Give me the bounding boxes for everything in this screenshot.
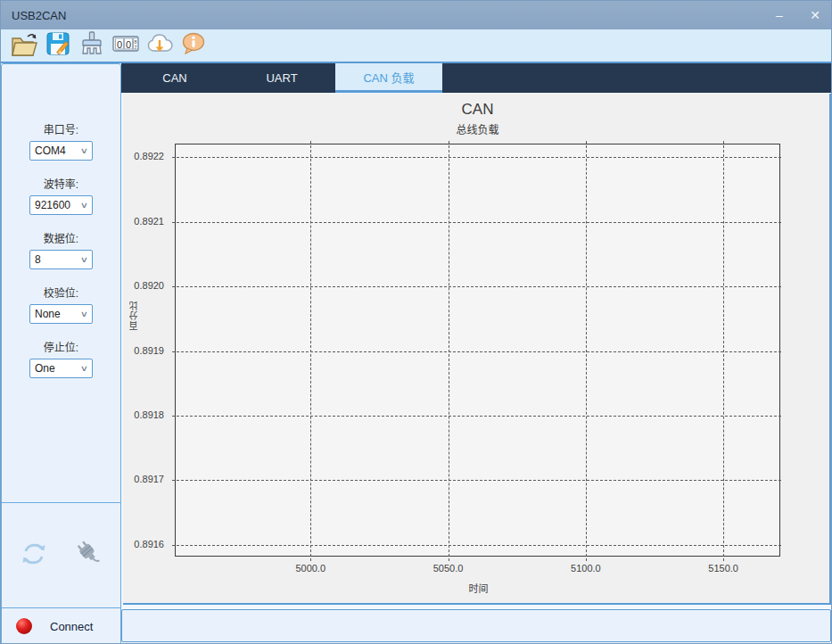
y-tick-label: 0.8918 [111, 409, 164, 420]
y-gridline [172, 286, 781, 287]
y-tick-label: 0.8917 [111, 474, 164, 484]
baud-rate-label: 波特率: [2, 176, 120, 191]
parity-value: None [35, 308, 61, 320]
svg-text:0: 0 [117, 39, 122, 50]
svg-text:0: 0 [126, 39, 131, 50]
connection-status-led-icon [16, 618, 32, 634]
chart-panel: CAN 总线负载 百分比 时间 5000.05050.05100.05150.0… [123, 94, 831, 605]
data-bits-value: 8 [35, 253, 41, 266]
plug-icon [72, 539, 106, 573]
download-button[interactable] [144, 30, 176, 61]
y-tick-label: 0.8921 [111, 216, 164, 227]
title-bar: USB2CAN – ✕ [1, 1, 832, 29]
data-bits-label: 数据位: [2, 230, 120, 245]
serial-port-label: 串口号: [2, 121, 120, 136]
tab-can-load[interactable]: CAN 负载 [335, 63, 442, 93]
minimize-button[interactable]: – [762, 1, 797, 29]
broom-icon [78, 30, 105, 61]
tab-can[interactable]: CAN [121, 63, 228, 93]
refresh-icon [17, 539, 51, 573]
y-tick-label: 0.8919 [111, 345, 164, 356]
save-button[interactable] [42, 30, 74, 61]
save-floppy-icon [45, 30, 71, 61]
open-file-button[interactable] [8, 30, 40, 61]
y-tick-label: 0.8916 [111, 539, 164, 549]
cloud-download-icon [145, 30, 174, 61]
field-stop-bits: 停止位: One ∨ [2, 339, 120, 378]
toolbar: 0 0 8 7 [1, 29, 832, 63]
status-strip [121, 609, 831, 642]
tab-bar: CAN UART CAN 负载 [121, 63, 832, 93]
refresh-ports-button[interactable] [16, 538, 52, 574]
chevron-down-icon: ∨ [80, 310, 88, 318]
connection-actions-panel [2, 503, 120, 608]
tab-uart[interactable]: UART [228, 63, 335, 93]
chevron-down-icon: ∨ [80, 364, 88, 373]
baud-rate-value: 921600 [35, 199, 70, 211]
y-gridline [172, 222, 781, 223]
y-gridline [172, 545, 781, 546]
chart-subtitle: 总线负载 [175, 121, 780, 136]
serial-port-value: COM4 [35, 144, 66, 157]
field-parity: 校验位: None ∨ [2, 285, 120, 324]
y-axis-label: 百分比 [128, 301, 140, 330]
stop-bits-label: 停止位: [2, 339, 120, 354]
serial-port-select[interactable]: COM4 ∨ [29, 141, 93, 161]
baud-rate-select[interactable]: 921600 ∨ [29, 195, 93, 215]
close-button[interactable]: ✕ [797, 1, 832, 29]
parity-select[interactable]: None ∨ [29, 304, 93, 324]
field-data-bits: 数据位: 8 ∨ [2, 230, 120, 269]
data-bits-select[interactable]: 8 ∨ [29, 250, 93, 269]
parity-label: 校验位: [2, 285, 120, 300]
counter-icon: 0 0 8 7 [111, 31, 140, 60]
y-tick-label: 0.8922 [111, 151, 164, 161]
stop-bits-select[interactable]: One ∨ [29, 359, 93, 378]
x-tick-label: 5150.0 [696, 563, 750, 574]
window-title: USB2CAN [12, 9, 66, 22]
main-area: CAN UART CAN 负载 CAN 总线负载 百分比 时间 5000.050… [121, 63, 832, 644]
chart-title: CAN [175, 101, 780, 119]
y-tick-label: 0.8920 [111, 280, 164, 291]
counter-button[interactable]: 0 0 8 7 [110, 30, 142, 61]
info-button[interactable] [177, 30, 210, 61]
open-folder-icon [10, 30, 38, 61]
field-serial-port: 串口号: COM4 ∨ [2, 121, 120, 161]
connect-button-label: Connect [50, 620, 93, 633]
x-tick-label: 5100.0 [559, 563, 613, 574]
x-tick-label: 5050.0 [422, 563, 475, 574]
y-gridline [172, 416, 781, 417]
sidebar: 串口号: COM4 ∨ 波特率: 921600 ∨ 数据位: 8 ∨ [1, 63, 121, 644]
y-gridline [172, 480, 781, 481]
chevron-down-icon: ∨ [80, 255, 88, 264]
x-tick-label: 5000.0 [284, 563, 337, 574]
plot-area: 百分比 时间 5000.05050.05100.05150.00.89160.8… [175, 144, 780, 557]
field-baud-rate: 波特率: 921600 ∨ [2, 176, 120, 215]
chevron-down-icon: ∨ [80, 201, 88, 210]
app-window: USB2CAN – ✕ [0, 0, 832, 644]
x-axis-label: 时间 [176, 581, 781, 595]
y-gridline [172, 351, 781, 352]
chevron-down-icon: ∨ [80, 146, 88, 155]
y-gridline [172, 157, 781, 158]
info-bubble-icon [180, 30, 207, 61]
clear-button[interactable] [76, 30, 108, 61]
serial-settings-panel: 串口号: COM4 ∨ 波特率: 921600 ∨ 数据位: 8 ∨ [2, 64, 120, 503]
stop-bits-value: One [35, 362, 55, 375]
connect-button[interactable]: Connect [2, 608, 120, 644]
disconnect-plug-button[interactable] [71, 538, 107, 574]
